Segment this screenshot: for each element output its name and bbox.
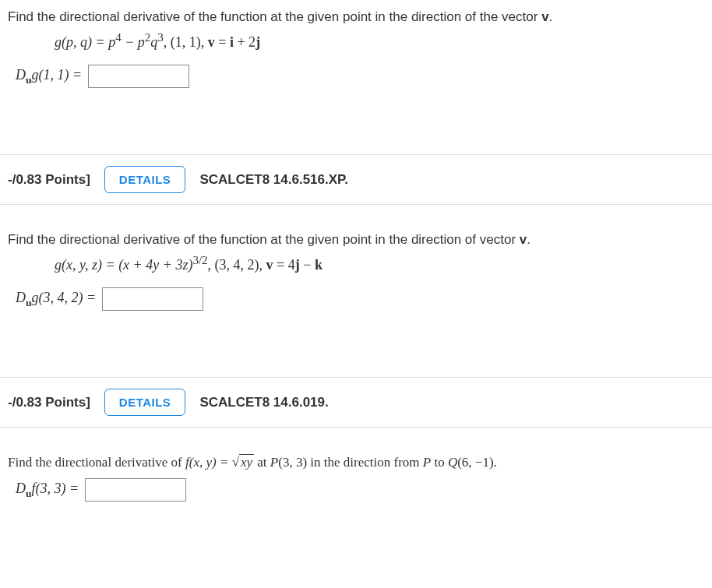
formula-1: g(p, q) = p4 − p2q3, (1, 1), v = i + 2j <box>55 31 704 51</box>
answer-input-2[interactable] <box>102 287 203 311</box>
details-button-2[interactable]: DETAILS <box>104 166 186 193</box>
answer-lhs-3: Duf(3, 3) = <box>16 481 79 500</box>
prompt-vector-bold: v <box>541 9 548 24</box>
formula-2: g(x, y, z) = (x + 4y + 3z)3/2, (3, 4, 2)… <box>55 254 704 273</box>
answer-line-1: Dug(1, 1) = <box>16 65 704 88</box>
source-label-2: SCALCET8 14.6.516.XP. <box>199 172 348 188</box>
answer-input-3[interactable] <box>85 478 186 502</box>
prompt-text: Find the directional derivative of the f… <box>8 9 704 25</box>
prompt-text-2: Find the directional derivative of the f… <box>8 232 704 248</box>
question-1: Find the directional derivative of the f… <box>0 0 712 111</box>
answer-input-1[interactable] <box>88 65 189 88</box>
question-2: Find the directional derivative of the f… <box>0 232 712 334</box>
details-button-3[interactable]: DETAILS <box>104 389 186 416</box>
question-header-2: -/0.83 Points] DETAILS SCALCET8 14.6.516… <box>0 154 712 205</box>
prompt-text-3: Find the directional derivative of f(x, … <box>8 455 704 470</box>
sqrt-expr: xy <box>232 455 254 470</box>
points-label-3: -/0.83 Points] <box>8 395 90 410</box>
points-label-2: -/0.83 Points] <box>8 172 90 188</box>
answer-line-2: Dug(3, 4, 2) = <box>16 287 704 311</box>
prompt-end: . <box>549 9 553 24</box>
question-3: Find the directional derivative of f(x, … <box>0 455 712 525</box>
question-header-3: -/0.83 Points] DETAILS SCALCET8 14.6.019… <box>0 377 712 428</box>
answer-line-3: Duf(3, 3) = <box>16 478 704 502</box>
answer-lhs: Dug(1, 1) = <box>16 67 82 86</box>
source-label-3: SCALCET8 14.6.019. <box>199 395 328 410</box>
prompt-main: Find the directional derivative of the f… <box>8 9 541 24</box>
answer-lhs-2: Dug(3, 4, 2) = <box>16 290 96 309</box>
